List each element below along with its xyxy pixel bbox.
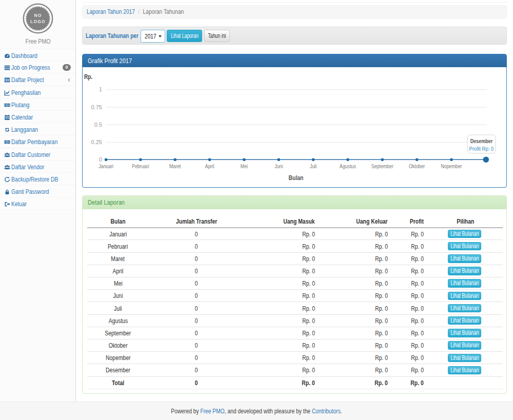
svg-text:September: September: [371, 163, 393, 169]
svg-text:0: 0: [99, 156, 102, 163]
svg-text:Bulan: Bulan: [289, 174, 304, 182]
svg-text:Profit Rp: 0: Profit Rp: 0: [469, 146, 494, 152]
svg-text:Rp.: Rp.: [84, 73, 92, 81]
svg-text:LOGO: LOGO: [30, 19, 46, 24]
svg-text:Nopember: Nopember: [441, 163, 462, 169]
svg-text:Maret: Maret: [169, 163, 181, 169]
svg-text:Juli: Juli: [310, 163, 317, 169]
svg-text:Agustus: Agustus: [340, 163, 356, 169]
svg-text:April: April: [205, 163, 214, 169]
svg-text:0.25: 0.25: [91, 139, 102, 145]
svg-text:0.75: 0.75: [91, 104, 102, 110]
svg-text:Desember: Desember: [470, 138, 493, 144]
svg-text:Januari: Januari: [98, 163, 113, 169]
svg-text:Oktober: Oktober: [409, 163, 425, 169]
svg-text:Mei: Mei: [241, 163, 248, 169]
svg-text:NO: NO: [34, 13, 42, 18]
svg-text:Pebruari: Pebruari: [132, 163, 149, 169]
svg-text:0.5: 0.5: [94, 122, 102, 128]
svg-text:1: 1: [99, 86, 102, 92]
svg-text:Juni: Juni: [274, 163, 283, 169]
